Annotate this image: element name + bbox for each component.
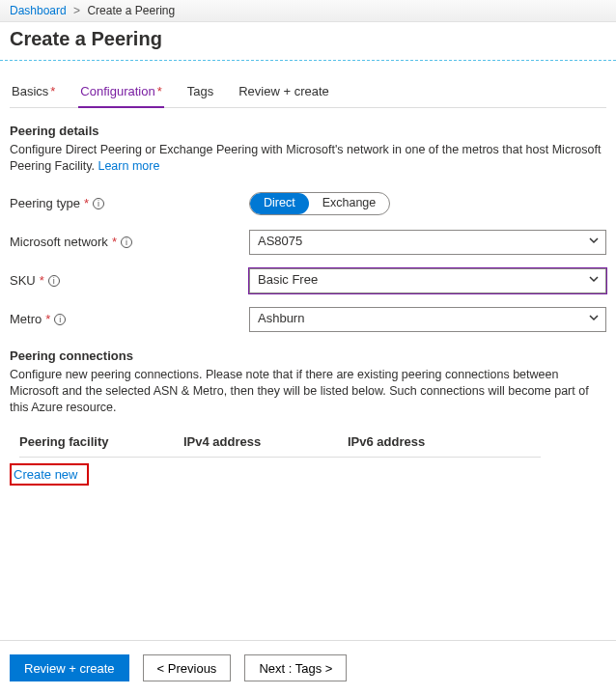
required-indicator: * (40, 273, 44, 288)
tab-bar: Basics* Configuration* Tags Review + cre… (10, 78, 606, 108)
toggle-option-exchange[interactable]: Exchange (309, 193, 390, 214)
toggle-option-direct[interactable]: Direct (250, 193, 309, 214)
review-create-button[interactable]: Review + create (10, 654, 129, 681)
learn-more-link[interactable]: Learn more (98, 159, 159, 173)
breadcrumb: Dashboard > Create a Peering (0, 0, 616, 22)
page-title: Create a Peering (0, 22, 616, 60)
tab-review[interactable]: Review + create (237, 78, 331, 107)
breadcrumb-current: Create a Peering (87, 4, 175, 17)
create-new-link[interactable]: Create new (14, 467, 77, 482)
tab-basics-label: Basics (12, 84, 48, 98)
ms-network-label: Microsoft network (10, 235, 108, 249)
required-indicator: * (50, 84, 55, 98)
info-icon[interactable]: i (48, 275, 60, 287)
metro-label: Metro (10, 312, 42, 326)
required-indicator: * (45, 312, 50, 326)
info-icon[interactable]: i (121, 236, 132, 248)
divider-dashed (0, 60, 616, 61)
connections-table: Peering facility IPv4 address IPv6 addre… (19, 429, 541, 458)
col-ipv6: IPv6 address (348, 429, 541, 458)
tab-tags[interactable]: Tags (185, 78, 215, 107)
peering-type-toggle[interactable]: Direct Exchange (249, 192, 390, 215)
peering-type-label: Peering type (10, 196, 80, 210)
next-button[interactable]: Next : Tags > (244, 654, 347, 681)
required-indicator: * (84, 196, 89, 210)
info-icon[interactable]: i (54, 314, 66, 325)
tab-basics[interactable]: Basics* (10, 78, 57, 107)
ms-network-select[interactable]: AS8075 (249, 230, 606, 255)
sku-value: Basic Free (249, 268, 606, 293)
ms-network-value: AS8075 (249, 230, 606, 255)
breadcrumb-root[interactable]: Dashboard (10, 4, 67, 17)
col-facility: Peering facility (19, 429, 183, 458)
previous-button[interactable]: < Previous (143, 654, 232, 681)
peering-details-heading: Peering details (10, 124, 606, 138)
sku-label: SKU (10, 273, 36, 288)
required-indicator: * (112, 235, 117, 249)
metro-select[interactable]: Ashburn (249, 307, 606, 332)
metro-value: Ashburn (249, 307, 606, 332)
connections-desc: Configure new peering connections. Pleas… (10, 367, 606, 416)
tab-tags-label: Tags (187, 84, 213, 98)
tab-configuration-label: Configuration (80, 84, 154, 98)
tab-configuration[interactable]: Configuration* (78, 78, 163, 108)
create-new-highlight: Create new (10, 463, 89, 486)
breadcrumb-separator: > (73, 4, 80, 17)
info-icon[interactable]: i (93, 198, 104, 209)
tab-review-label: Review + create (238, 84, 329, 98)
sku-select[interactable]: Basic Free (249, 268, 606, 293)
col-ipv4: IPv4 address (183, 429, 348, 458)
required-indicator: * (157, 84, 162, 98)
peering-details-desc: Configure Direct Peering or Exchange Pee… (10, 142, 606, 175)
connections-heading: Peering connections (10, 348, 606, 363)
wizard-footer: Review + create < Previous Next : Tags > (0, 640, 616, 695)
